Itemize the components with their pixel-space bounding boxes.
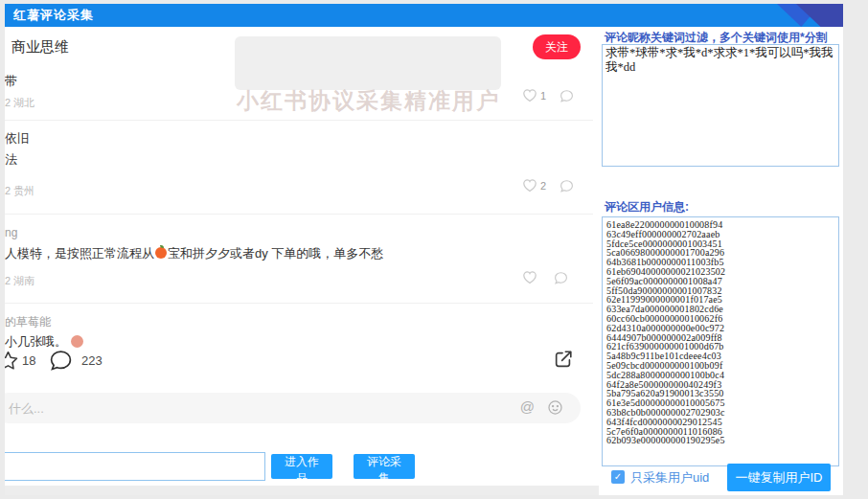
title-bar[interactable]: 红薯评论采集 <box>5 4 843 27</box>
user-ids-textarea[interactable]: 61ea8e220000000010008f94 63c49eff0000000… <box>602 216 839 466</box>
mention-at-icon[interactable]: @ <box>520 398 535 415</box>
comment-actions: 1 <box>522 88 589 103</box>
collector-panel: 评论昵称关键词过滤，多个关键词使用*分割 求带*球带*求*我*d*求求*1*我可… <box>601 27 843 495</box>
reply-bubble-icon[interactable] <box>560 179 574 193</box>
comment-input[interactable] <box>9 397 411 420</box>
follow-button[interactable]: 关注 <box>533 34 581 59</box>
bottom-strip <box>5 486 599 495</box>
copy-user-ids-button[interactable]: 一键复制用户ID <box>727 464 831 491</box>
comment-text: 人模特，是按照正常流程从宝和拼夕夕或者dy 下单的哦，单多不愁 <box>5 245 383 262</box>
like-heart-icon[interactable] <box>522 178 537 193</box>
screen: 红薯评论采集 小红书协议采集精准用户 商业思维 关注 带 2 湖北 1 <box>0 0 868 499</box>
work-url-input[interactable] <box>5 452 265 481</box>
commenter-name: 的草莓能 <box>5 314 51 330</box>
keyword-filter-textarea[interactable]: 求带*球带*求*我*d*求求*1*我可以吗*我我我*dd <box>602 44 839 167</box>
enter-work-button[interactable]: 进入作品 <box>271 454 332 479</box>
comment-meta: 2 湖南 <box>5 274 34 288</box>
divider <box>5 303 593 304</box>
peach-emoji-icon <box>155 247 167 259</box>
like-heart-icon[interactable] <box>522 270 537 285</box>
app-window: 红薯评论采集 小红书协议采集精准用户 商业思维 关注 带 2 湖北 1 <box>5 4 843 495</box>
like-count: 1 <box>540 90 546 102</box>
comments-bubble-icon[interactable] <box>49 349 73 373</box>
reply-bubble-icon[interactable] <box>554 271 568 285</box>
user-info-label: 评论区用户信息: <box>605 199 689 215</box>
comment-actions <box>522 270 589 285</box>
like-count: 2 <box>540 180 546 192</box>
comment-text: 法 <box>5 151 17 169</box>
blurred-band <box>235 36 501 90</box>
uid-only-checkbox[interactable]: ✓ <box>611 470 625 484</box>
collect-comments-button[interactable]: 评论采集 <box>354 454 415 479</box>
app-title: 红薯评论采集 <box>13 4 94 27</box>
comment-text-part: 人模特，是按照正常流程从 <box>5 246 154 261</box>
share-external-icon[interactable] <box>553 349 574 370</box>
comment-text-part: 宝和拼夕夕或者dy 下单的哦，单多不愁 <box>168 246 383 261</box>
commenter-name: ng <box>5 226 17 239</box>
comment-meta: 2 湖北 <box>5 96 34 110</box>
divider <box>5 120 593 121</box>
monkey-emoji-icon <box>71 335 83 348</box>
post-panel: 小红书协议采集精准用户 商业思维 关注 带 2 湖北 1 依旧 法 2 贵州 <box>5 27 597 486</box>
collect-count: 18 <box>22 353 35 368</box>
comment-text-part: 小几张哦。 <box>5 334 67 349</box>
emoji-smiley-icon[interactable] <box>547 399 563 416</box>
comment-actions: 2 <box>522 178 589 193</box>
comment-meta: 2 贵州 <box>5 184 34 198</box>
comment-text: 依旧 <box>5 130 30 147</box>
comment-text: 带 <box>5 73 17 90</box>
comment-composer[interactable]: @ <box>5 393 581 423</box>
reply-bubble-icon[interactable] <box>560 89 574 103</box>
watermark-text: 小红书协议采集精准用户 <box>237 86 500 116</box>
comments-count: 223 <box>81 353 103 368</box>
divider <box>5 214 593 215</box>
like-heart-icon[interactable] <box>522 88 537 103</box>
uid-only-checkbox-label[interactable]: 只采集用户uid <box>630 469 709 487</box>
post-author-name: 商业思维 <box>11 38 69 57</box>
collect-star-icon[interactable] <box>5 350 19 372</box>
